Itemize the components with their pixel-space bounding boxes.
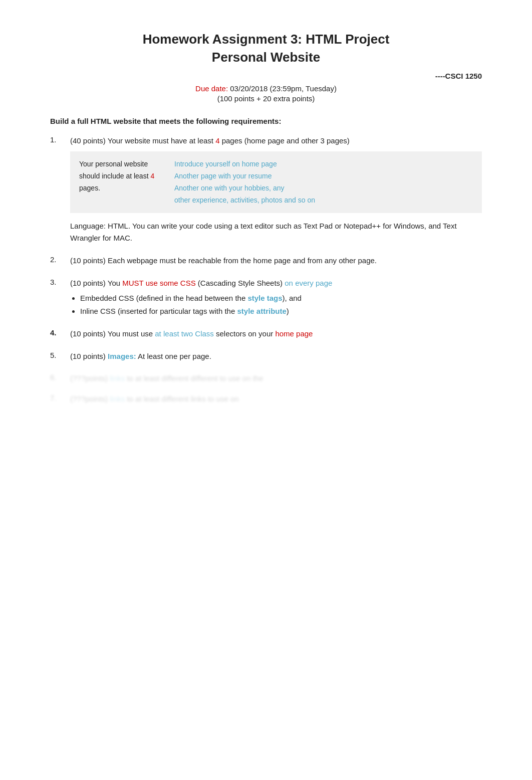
blurred-item-7: 7. (???points) links to at least differe… [50,394,482,405]
title-line1: Homework Assignment 3: HTML Project [50,30,482,48]
req-3-bullets: Embedded CSS (defined in the head betwee… [80,292,482,317]
language-note: Language: HTML. You can write your code … [70,220,482,244]
req-3-num: 3. [50,278,70,286]
table-right-line2: Another page with your resume [174,170,315,182]
req-item-5: 5. (10 points) Images: At least one per … [50,351,482,362]
page-title: Homework Assignment 3: HTML Project Pers… [50,30,482,67]
req-item-4: 4. (10 points) You must use at least two… [50,328,482,340]
req-1-text: (40 points) Your website must have at le… [70,135,350,147]
build-heading: Build a full HTML website that meets the… [50,117,482,125]
table-left: Your personal website should include at … [79,158,159,206]
due-date-value: 03/20/2018 (23:59pm, Tuesday) [228,84,337,93]
blurred-item-6: 6. (???points) links to at least differe… [50,373,482,384]
table-right: Introduce yourself on home page Another … [174,158,315,206]
req-1-num: 1. [50,135,70,144]
req-4-row: 4. (10 points) You must use at least two… [50,328,482,340]
req-2-row: 2. (10 points) Each webpage must be reac… [50,255,482,267]
table-right-line4: other experience, activities, photos and… [174,194,315,207]
req-4-text: (10 points) You must use at least two Cl… [70,328,313,340]
blurred-6-num: 6. [50,373,70,381]
req-5-row: 5. (10 points) Images: At least one per … [50,351,482,362]
due-label: Due date: [195,84,228,93]
req-5-num: 5. [50,351,70,359]
req-item-3: 3. (10 points) You MUST use some CSS (Ca… [50,278,482,318]
req-3-bullet1: Embedded CSS (defined in the head betwee… [80,292,482,305]
req-2-num: 2. [50,255,70,264]
req-item-1: 1. (40 points) Your website must have at… [50,135,482,245]
points-line: (100 points + 20 extra points) [50,94,482,103]
req-3-text: (10 points) You MUST use some CSS (Casca… [70,278,332,289]
due-date-section: Due date: 03/20/2018 (23:59pm, Tuesday) … [50,84,482,103]
blurred-7-num: 7. [50,394,70,402]
req-2-text: (10 points) Each webpage must be reachab… [70,255,377,267]
req-item-2: 2. (10 points) Each webpage must be reac… [50,255,482,267]
table-right-line3: Another one with your hobbies, any [174,182,315,194]
blurred-6-text: (???points) links to at least different … [70,373,263,384]
course-label: ----CSCI 1250 [50,72,482,80]
table-right-line1: Introduce yourself on home page [174,158,315,170]
req-5-text: (10 points) Images: At least one per pag… [70,351,211,362]
req-1-row: 1. (40 points) Your website must have at… [50,135,482,147]
blurred-7-text: (???points) links to at least different … [70,394,239,405]
course-text: ----CSCI 1250 [435,72,482,80]
due-date-line: Due date: 03/20/2018 (23:59pm, Tuesday) [50,84,482,93]
title-line2: Personal Website [50,48,482,66]
req-3-row: 3. (10 points) You MUST use some CSS (Ca… [50,278,482,289]
req-3-bullet2: Inline CSS (inserted for particular tags… [80,305,482,318]
requirements-list: 1. (40 points) Your website must have at… [50,135,482,362]
req-1-table: Your personal website should include at … [70,151,482,213]
req-4-num: 4. [50,328,70,337]
